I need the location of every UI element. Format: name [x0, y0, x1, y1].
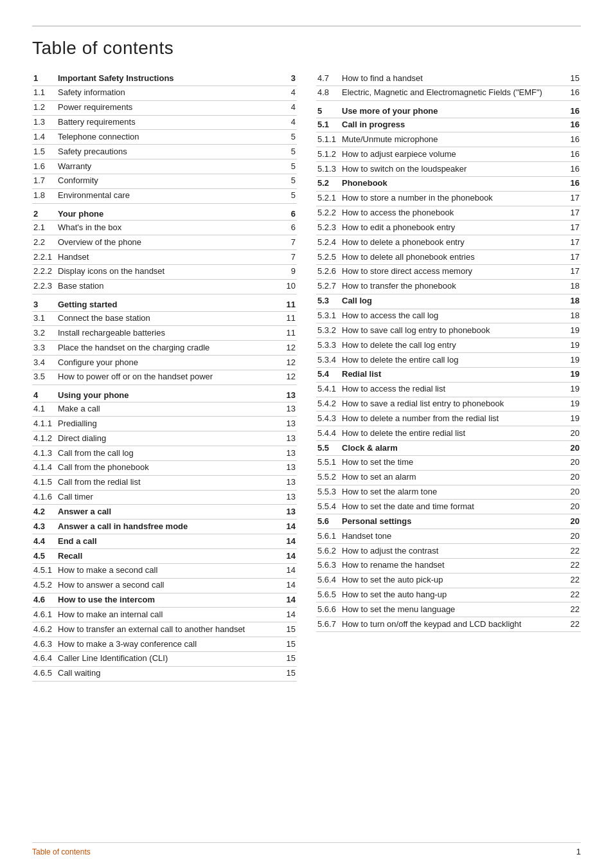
- toc-num: 5.6.1: [316, 529, 341, 544]
- toc-num: 5.1.3: [316, 162, 341, 177]
- toc-label: How to adjust earpiece volume: [341, 147, 567, 162]
- toc-label: Call waiting: [57, 666, 283, 681]
- toc-label: How to set the auto pick-up: [341, 573, 567, 588]
- toc-label: How to transfer the phonebook: [341, 279, 567, 294]
- toc-page: 14: [283, 578, 297, 593]
- toc-label: Configure your phone: [57, 356, 283, 370]
- toc-label: Important Safety Instructions: [57, 71, 283, 86]
- toc-label: Safety information: [57, 86, 283, 100]
- toc-label: How to access the call log: [341, 309, 567, 323]
- top-rule: [32, 26, 581, 26]
- toc-label: How to rename the handset: [341, 558, 567, 573]
- toc-page: 17: [567, 235, 581, 250]
- toc-right-table: 4.7How to find a handset154.8Electric, M…: [316, 71, 581, 632]
- toc-label: How to set the alarm tone: [341, 485, 567, 500]
- toc-page: 19: [567, 397, 581, 411]
- toc-num: 5: [316, 103, 341, 118]
- toc-num: 4.1.4: [32, 460, 57, 475]
- toc-num: 3.1: [32, 311, 57, 326]
- toc-num: 5.6.7: [316, 617, 341, 632]
- toc-page: 12: [283, 341, 297, 356]
- page: Table of contents 1Important Safety Inst…: [0, 0, 613, 868]
- toc-page: 7: [283, 235, 297, 250]
- toc-num: 4.6.4: [32, 651, 57, 666]
- toc-page: 5: [283, 174, 297, 188]
- toc-num: 4.6.1: [32, 608, 57, 622]
- toc-page: 17: [567, 250, 581, 265]
- toc-page: 20: [567, 514, 581, 529]
- toc-label: How to edit a phonebook entry: [341, 221, 567, 235]
- toc-label: Recall: [57, 549, 283, 564]
- toc-num: 5.4.4: [316, 426, 341, 441]
- toc-label: How to make a 3-way conference call: [57, 637, 283, 652]
- toc-page: 17: [567, 221, 581, 235]
- page-title: Table of contents: [32, 38, 581, 59]
- toc-label: What's in the box: [57, 221, 283, 235]
- toc-label: Call from the redial list: [57, 475, 283, 490]
- toc-num: 5.1.1: [316, 132, 341, 147]
- toc-page: 12: [283, 356, 297, 370]
- toc-page: 5: [283, 145, 297, 159]
- toc-page: 15: [283, 651, 297, 666]
- toc-page: 16: [567, 162, 581, 177]
- toc-label: Electric, Magnetic and Electromagnetic F…: [341, 86, 567, 100]
- toc-page: 5: [283, 159, 297, 174]
- toc-page: 6: [283, 221, 297, 235]
- toc-num: 2.2.1: [32, 250, 57, 265]
- toc-right-column: 4.7How to find a handset154.8Electric, M…: [316, 71, 581, 632]
- toc-page: 13: [283, 505, 297, 520]
- toc-page: 15: [283, 637, 297, 652]
- toc-num: 2: [32, 206, 57, 221]
- toc-label: How to access the phonebook: [341, 206, 567, 221]
- toc-page: 14: [283, 608, 297, 622]
- toc-page: 16: [567, 147, 581, 162]
- toc-page: 19: [567, 367, 581, 382]
- toc-num: 4.6.2: [32, 622, 57, 637]
- toc-label: Using your phone: [57, 387, 283, 402]
- toc-num: 4.6.3: [32, 637, 57, 652]
- toc-page: 22: [567, 588, 581, 602]
- toc-num: 5.2.5: [316, 250, 341, 265]
- toc-label: Telephone connection: [57, 130, 283, 145]
- toc-num: 5.2.4: [316, 235, 341, 250]
- toc-page: 10: [283, 279, 297, 294]
- toc-num: 5.5.4: [316, 500, 341, 514]
- toc-num: 1.8: [32, 188, 57, 203]
- toc-num: 5.6.3: [316, 558, 341, 573]
- toc-num: 5.5.1: [316, 455, 341, 470]
- toc-page: 16: [567, 132, 581, 147]
- toc-page: 19: [567, 338, 581, 353]
- toc-label: How to set an alarm: [341, 470, 567, 485]
- toc-page: 13: [283, 490, 297, 505]
- toc-label: How to turn on/off the keypad and LCD ba…: [341, 617, 567, 632]
- toc-label: How to store a number in the phonebook: [341, 191, 567, 206]
- toc-num: 4.1.2: [32, 431, 57, 446]
- toc-page: 4: [283, 86, 297, 100]
- toc-label: Answer a call: [57, 505, 283, 520]
- toc-label: How to find a handset: [341, 71, 567, 86]
- footer: Table of contents 1: [32, 842, 581, 856]
- toc-page: 14: [283, 534, 297, 549]
- toc-page: 20: [567, 529, 581, 544]
- toc-num: 5.3: [316, 294, 341, 309]
- toc-page: 6: [283, 206, 297, 221]
- toc-label: Predialling: [57, 417, 283, 431]
- toc-label: Environmental care: [57, 188, 283, 203]
- toc-num: 1.7: [32, 174, 57, 188]
- toc-num: 5.5.3: [316, 485, 341, 500]
- toc-num: 4.6.5: [32, 666, 57, 681]
- toc-page: 14: [283, 520, 297, 534]
- toc-num: 4.5: [32, 549, 57, 564]
- toc-num: 1.1: [32, 86, 57, 100]
- toc-page: 22: [567, 544, 581, 559]
- toc-num: 3.3: [32, 341, 57, 356]
- toc-label: Call from the phonebook: [57, 460, 283, 475]
- toc-num: 1.5: [32, 145, 57, 159]
- toc-label: End a call: [57, 534, 283, 549]
- toc-num: 4.6: [32, 593, 57, 608]
- toc-label: Clock & alarm: [341, 441, 567, 456]
- toc-num: 5.6.4: [316, 573, 341, 588]
- toc-num: 5.4.1: [316, 382, 341, 397]
- toc-page: 22: [567, 617, 581, 632]
- toc-num: 3.2: [32, 326, 57, 341]
